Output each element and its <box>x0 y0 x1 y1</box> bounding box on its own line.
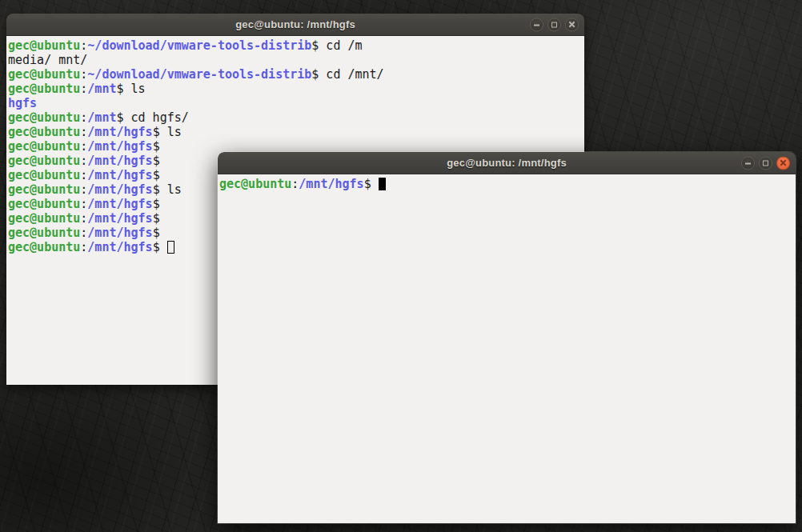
terminal-line: hgfs <box>8 96 583 110</box>
close-button-icon[interactable] <box>776 156 790 170</box>
terminal-text: /mnt <box>87 110 116 125</box>
terminal-line: gec@ubuntu:/mnt$ ls <box>8 82 583 96</box>
terminal-text: : <box>80 182 87 197</box>
terminal-text: : <box>80 240 87 254</box>
minimize-button-icon[interactable] <box>741 156 755 170</box>
terminal-text: $ ls <box>116 82 145 96</box>
terminal-text: gec@ubuntu <box>8 67 80 82</box>
terminal-text: : <box>80 226 87 240</box>
terminal-text: : <box>291 177 299 191</box>
terminal-text: /mnt/hgfs <box>87 154 152 168</box>
terminal-cursor <box>167 241 174 254</box>
terminal-text: $ <box>153 139 160 154</box>
terminal-text: gec@ubuntu <box>8 197 80 211</box>
titlebar[interactable]: gec@ubuntu: /mnt/hgfs <box>6 14 584 36</box>
terminal-text: : <box>80 67 87 82</box>
terminal-text: /mnt/hgfs <box>87 125 152 139</box>
window-title: gec@ubuntu: /mnt/hgfs <box>447 157 567 169</box>
terminal-text: /mnt/hgfs <box>87 182 152 197</box>
terminal-text: : <box>80 168 87 182</box>
terminal-text: $ <box>153 154 160 168</box>
terminal-text: /mnt/hgfs <box>87 168 152 182</box>
terminal-text: ~/download/vmware-tools-distrib <box>87 67 311 82</box>
minimize-button-icon[interactable] <box>530 18 543 31</box>
close-button-icon[interactable] <box>565 18 579 31</box>
terminal-text: gec@ubuntu <box>8 211 80 226</box>
terminal-text: gec@ubuntu <box>8 168 80 182</box>
terminal-text: $ <box>153 226 160 240</box>
terminal-text: /mnt/hgfs <box>87 211 152 226</box>
terminal-line: gec@ubuntu:~/download/vmware-tools-distr… <box>8 38 583 53</box>
terminal-text: $ cd /mnt/ <box>311 67 383 82</box>
terminal-line: gec@ubuntu:/mnt/hgfs$ <box>219 177 794 191</box>
terminal-line: gec@ubuntu:/mnt$ cd hgfs/ <box>8 110 583 125</box>
terminal-text: $ <box>364 177 379 191</box>
maximize-button-icon[interactable] <box>759 156 772 170</box>
terminal-text: $ cd hgfs/ <box>116 110 188 125</box>
terminal-text: $ <box>153 240 167 254</box>
terminal-text: $ ls <box>153 125 182 139</box>
terminal-line: gec@ubuntu:~/download/vmware-tools-distr… <box>8 67 583 82</box>
terminal-text: $ <box>153 197 160 211</box>
terminal-line: media/ mnt/ <box>8 53 583 67</box>
terminal-text: : <box>80 38 87 53</box>
maximize-button-icon[interactable] <box>547 18 561 31</box>
terminal-text: : <box>80 125 87 139</box>
terminal-text: ~/download/vmware-tools-distrib <box>87 38 311 53</box>
terminal-text: gec@ubuntu <box>8 110 80 125</box>
terminal-text: gec@ubuntu <box>8 182 80 197</box>
terminal-text: : <box>80 154 87 168</box>
terminal-text: /mnt/hgfs <box>87 226 152 240</box>
terminal-text: $ cd /m <box>311 38 362 53</box>
terminal-cursor <box>379 178 386 190</box>
terminal-text: : <box>80 110 87 125</box>
terminal-text: gec@ubuntu <box>8 82 80 96</box>
titlebar[interactable]: gec@ubuntu: /mnt/hgfs <box>218 152 796 174</box>
terminal-text: gec@ubuntu <box>8 240 80 254</box>
terminal-output[interactable]: gec@ubuntu:/mnt/hgfs$ <box>218 174 796 523</box>
desktop: { "colors": { "green": "#3aa33a", "blue"… <box>0 0 802 532</box>
terminal-text: : <box>80 211 87 226</box>
terminal-text: gec@ubuntu <box>8 139 80 154</box>
terminal-text: hgfs <box>8 96 37 110</box>
window-controls <box>741 156 790 170</box>
terminal-text: : <box>80 139 87 154</box>
terminal-text: /mnt/hgfs <box>87 197 152 211</box>
terminal-text: $ ls <box>153 182 182 197</box>
terminal-text: /mnt <box>87 82 116 96</box>
terminal-line: gec@ubuntu:/mnt/hgfs$ ls <box>8 125 583 139</box>
terminal-text: gec@ubuntu <box>219 177 291 191</box>
terminal-text: gec@ubuntu <box>8 125 80 139</box>
terminal-text: /mnt/hgfs <box>87 240 152 254</box>
terminal-text: /mnt/hgfs <box>299 177 363 191</box>
terminal-text: $ <box>153 168 160 182</box>
terminal-text: : <box>80 82 87 96</box>
terminal-text: gec@ubuntu <box>8 154 80 168</box>
terminal-text: $ <box>153 211 160 226</box>
terminal-text: gec@ubuntu <box>8 226 80 240</box>
terminal-window-front[interactable]: gec@ubuntu: /mnt/hgfs gec@ubuntu:/mnt/hg… <box>218 152 796 523</box>
terminal-text: : <box>80 197 87 211</box>
terminal-text: media/ mnt/ <box>8 53 87 67</box>
window-title: gec@ubuntu: /mnt/hgfs <box>235 18 355 30</box>
window-controls <box>530 18 579 31</box>
terminal-text: /mnt/hgfs <box>87 139 152 154</box>
terminal-text: gec@ubuntu <box>8 38 80 53</box>
